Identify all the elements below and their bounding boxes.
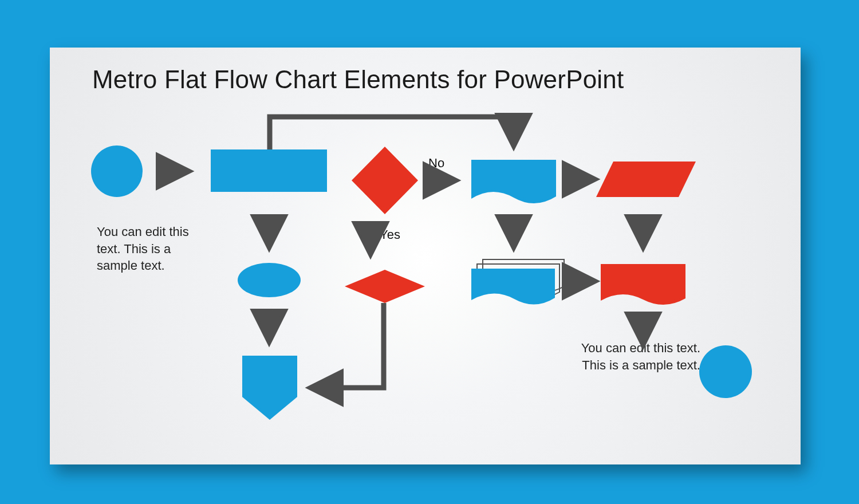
- decision-diamond-shape: [352, 147, 418, 214]
- start-circle-shape: [91, 145, 143, 197]
- data-parallelogram-shape: [596, 162, 696, 197]
- process-rect-shape: [211, 149, 327, 192]
- display-shape-shape: [601, 264, 685, 305]
- offpage-pentagon-shape: [242, 356, 297, 420]
- document-wave-shape: [471, 160, 556, 203]
- arrow-flatdiamond-to-pentagon: [313, 303, 384, 388]
- multi-document-shape: [471, 259, 564, 305]
- flowchart-svg: [50, 48, 801, 464]
- end-circle-shape: [699, 345, 752, 398]
- decision-flat-shape: [345, 270, 425, 303]
- arrow-feedback-loop: [270, 117, 514, 149]
- slide-canvas: Metro Flat Flow Chart Elements for Power…: [50, 48, 801, 464]
- ellipse-small-shape: [238, 263, 301, 297]
